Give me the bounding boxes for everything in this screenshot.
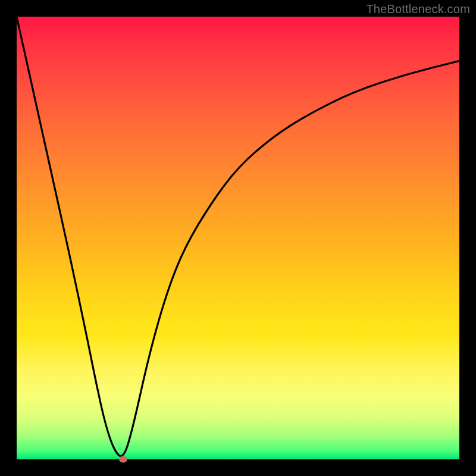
chart-frame: TheBottleneck.com [0,0,476,476]
curve-svg [17,17,459,459]
bottleneck-curve [17,17,459,456]
minimum-marker [119,456,127,463]
watermark-text: TheBottleneck.com [366,2,470,16]
plot-area [17,17,459,459]
